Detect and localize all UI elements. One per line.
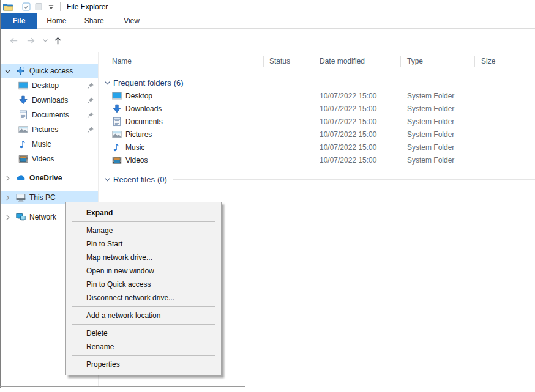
downloads-icon	[18, 95, 28, 105]
menu-item-open-in-new-window[interactable]: Open in new window	[66, 264, 221, 278]
pin-icon	[87, 126, 94, 133]
row-name: Documents	[125, 116, 163, 128]
back-button[interactable]	[7, 35, 20, 46]
row-type: System Folder	[407, 90, 454, 103]
navigation-bar: Quick access	[0, 29, 535, 52]
table-row-desktop[interactable]: Desktop 10/07/2022 15:00 System Folder	[98, 90, 535, 103]
file-explorer-logo-icon	[2, 2, 13, 12]
table-row-music[interactable]: Music 10/07/2022 15:00 System Folder	[98, 141, 535, 154]
tab-file[interactable]: File	[1, 13, 37, 29]
row-name: Desktop	[125, 90, 152, 103]
sidebar-item-videos[interactable]: Videos	[0, 152, 98, 166]
group-collapse-icon[interactable]	[104, 176, 111, 183]
sidebar-item-downloads[interactable]: Downloads	[0, 94, 98, 107]
group-count: (6)	[174, 78, 184, 87]
group-label: Frequent folders	[113, 78, 171, 87]
history-dropdown-button[interactable]	[39, 35, 51, 46]
menu-item-disconnect-network-drive[interactable]: Disconnect network drive...	[66, 291, 221, 305]
menu-item-manage[interactable]: Manage	[66, 224, 221, 237]
sidebar-item-label: This PC	[29, 193, 56, 202]
group-header-recent-files[interactable]: Recent files (0)	[98, 172, 535, 187]
group-rule	[173, 179, 535, 180]
group-collapse-icon[interactable]	[104, 80, 111, 86]
pictures-icon	[112, 130, 122, 139]
desktop-icon	[112, 91, 122, 101]
window-left-border	[0, 0, 1, 388]
row-type: System Folder	[407, 128, 454, 141]
expander-right-icon[interactable]	[4, 214, 11, 221]
this-pc-icon	[16, 193, 26, 202]
menu-item-map-network-drive[interactable]: Map network drive...	[66, 251, 221, 264]
menu-item-properties[interactable]: Properties	[66, 358, 221, 371]
titlebar: File Explorer	[0, 0, 535, 13]
videos-icon	[18, 154, 28, 164]
row-name: Downloads	[125, 103, 162, 116]
file-explorer-window: File Explorer File Home Share View Quick…	[0, 0, 535, 392]
up-icon	[53, 35, 63, 46]
onedrive-icon	[16, 174, 26, 182]
column-resize-handle[interactable]	[263, 56, 264, 67]
row-name: Music	[125, 141, 144, 154]
quick-access-icon	[16, 66, 26, 76]
qat-properties-button[interactable]	[20, 1, 32, 12]
table-row-videos[interactable]: Videos 10/07/2022 15:00 System Folder	[98, 154, 535, 167]
expander-right-icon[interactable]	[4, 175, 11, 182]
menu-separator	[72, 355, 215, 356]
row-date: 10/07/2022 15:00	[320, 141, 376, 154]
table-row-documents[interactable]: Documents 10/07/2022 15:00 System Folder	[98, 116, 535, 128]
column-header-date-modified[interactable]: Date modified	[320, 52, 365, 70]
expander-right-icon[interactable]	[4, 194, 11, 201]
row-name: Videos	[125, 154, 148, 167]
menu-item-add-network-location[interactable]: Add a network location	[66, 309, 221, 322]
menu-item-rename[interactable]: Rename	[66, 340, 221, 353]
divider	[60, 2, 61, 11]
sidebar-item-label: Network	[29, 213, 56, 221]
column-resize-handle[interactable]	[315, 56, 315, 67]
back-icon	[9, 35, 19, 46]
qat-customize-dropdown[interactable]	[45, 1, 57, 12]
sidebar-item-quick-access[interactable]: Quick access	[0, 64, 98, 78]
column-header-size[interactable]: Size	[481, 52, 495, 70]
downloads-icon	[112, 104, 122, 114]
context-menu: Expand Manage Pin to Start Map network d…	[65, 202, 222, 375]
menu-item-pin-to-quick-access[interactable]: Pin to Quick access	[66, 278, 221, 291]
column-header-name[interactable]: Name	[112, 52, 132, 70]
column-resize-handle[interactable]	[400, 56, 401, 67]
menu-separator	[72, 324, 215, 325]
pin-icon	[87, 97, 94, 104]
tab-home[interactable]: Home	[39, 13, 74, 29]
sidebar-item-pictures[interactable]: Pictures	[0, 123, 98, 136]
pin-icon	[87, 111, 94, 119]
column-resize-handle[interactable]	[525, 56, 525, 67]
divider	[17, 2, 17, 11]
menu-item-expand[interactable]: Expand	[66, 206, 221, 220]
row-date: 10/07/2022 15:00	[320, 154, 376, 167]
sidebar-item-label: Desktop	[32, 81, 59, 90]
qat-newitem-button[interactable]	[32, 1, 45, 12]
expander-down-icon[interactable]	[4, 68, 11, 75]
sidebar-item-documents[interactable]: Documents	[0, 108, 98, 122]
group-label: Recent files	[113, 175, 155, 184]
menu-item-pin-to-start[interactable]: Pin to Start	[66, 237, 221, 251]
qat-properties-icon	[22, 2, 31, 11]
sidebar-item-label: Music	[32, 140, 51, 149]
tab-share[interactable]: Share	[77, 13, 112, 29]
column-resize-handle[interactable]	[474, 56, 475, 67]
menu-item-delete[interactable]: Delete	[66, 327, 221, 340]
column-header-status[interactable]: Status	[269, 52, 290, 70]
sidebar-item-onedrive[interactable]: OneDrive	[0, 171, 98, 185]
menu-separator	[72, 221, 215, 222]
group-header-frequent-folders[interactable]: Frequent folders (6)	[98, 75, 535, 90]
tab-view[interactable]: View	[114, 13, 149, 29]
row-date: 10/07/2022 15:00	[320, 90, 376, 103]
forward-button[interactable]	[24, 35, 37, 46]
table-row-downloads[interactable]: Downloads 10/07/2022 15:00 System Folder	[98, 103, 535, 116]
sidebar-item-music[interactable]: Music	[0, 138, 98, 151]
table-row-pictures[interactable]: Pictures 10/07/2022 15:00 System Folder	[98, 128, 535, 141]
column-header-type[interactable]: Type	[407, 52, 423, 70]
documents-icon	[112, 117, 122, 127]
sidebar-item-label: OneDrive	[29, 174, 62, 182]
up-button[interactable]	[51, 35, 64, 46]
sidebar-item-desktop[interactable]: Desktop	[0, 79, 98, 92]
desktop-icon	[18, 81, 28, 91]
